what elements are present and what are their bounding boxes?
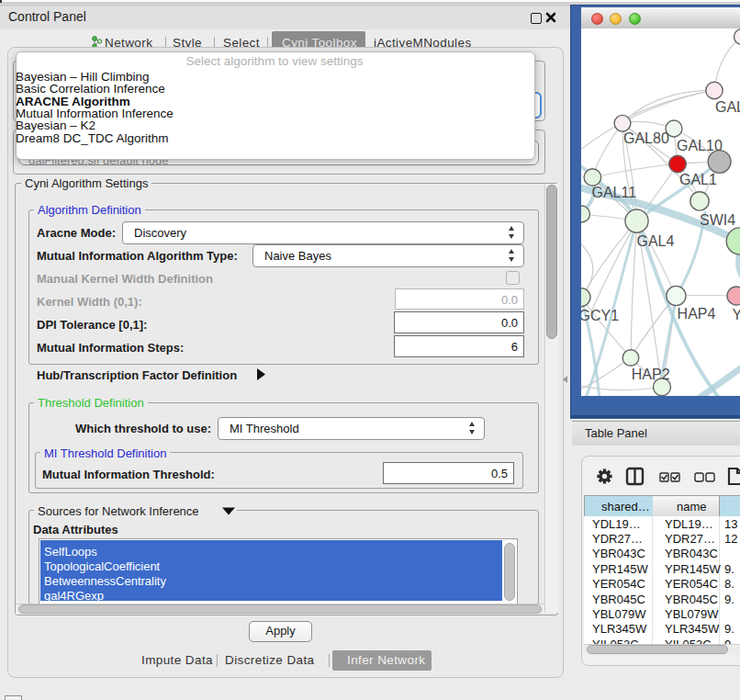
svg-text:HAP2: HAP2	[632, 367, 670, 382]
svg-text:GAL1: GAL1	[679, 172, 717, 187]
svg-text:HAP4: HAP4	[678, 306, 716, 322]
svg-text:GCY1: GCY1	[581, 308, 619, 323]
svg-text:YJ: YJ	[733, 307, 740, 322]
svg-text:GAL4: GAL4	[637, 233, 675, 249]
svg-text:SWI4: SWI4	[700, 212, 735, 228]
svg-text:GAL10: GAL10	[677, 138, 723, 153]
svg-text:GAL80: GAL80	[623, 130, 669, 146]
svg-text:GAL7: GAL7	[715, 99, 740, 115]
svg-text:GAL11: GAL11	[592, 185, 637, 200]
